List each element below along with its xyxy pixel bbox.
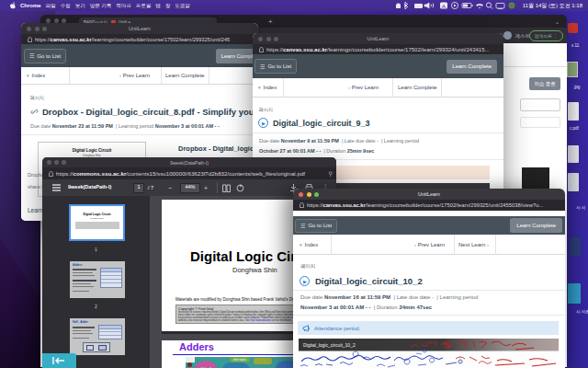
svg-text:a: a (447, 343, 449, 349)
svg-text:A: A (442, 4, 446, 9)
svg-text:Digital_logic_circuit_10_2: Digital_logic_circuit_10_2 (303, 342, 356, 348)
